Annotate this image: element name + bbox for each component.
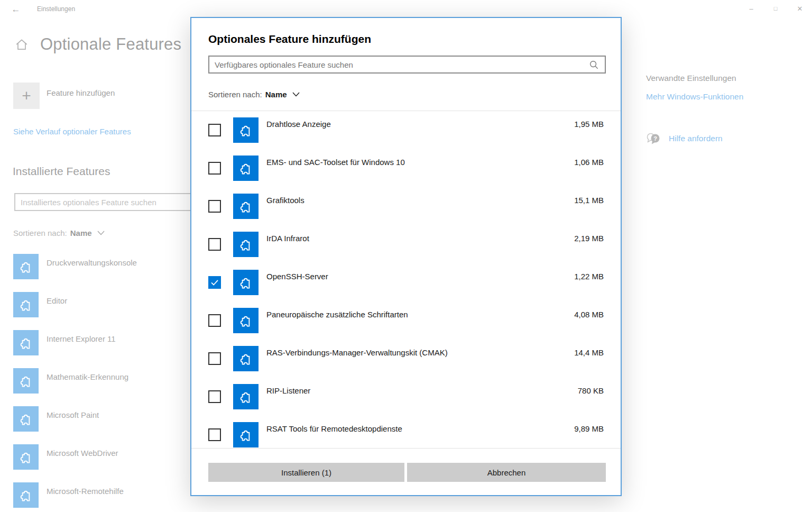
feature-size: 1,95 MB xyxy=(574,120,604,129)
puzzle-piece-icon xyxy=(233,384,259,409)
cancel-button[interactable]: Abbrechen xyxy=(407,463,606,482)
search-icon[interactable] xyxy=(589,60,598,69)
feature-checkbox[interactable] xyxy=(208,428,221,441)
feature-row: RIP-Listener 780 KB xyxy=(191,378,621,416)
dialog-title: Optionales Feature hinzufügen xyxy=(208,33,371,45)
available-features-list: Drahtlose Anzeige 1,95 MB EMS- und SAC-T… xyxy=(191,111,621,448)
feature-name: OpenSSH-Server xyxy=(266,272,328,281)
feature-name: EMS- und SAC-Toolset für Windows 10 xyxy=(266,158,405,167)
feature-name: Paneuropäische zusätzliche Schriftarten xyxy=(266,310,408,319)
puzzle-piece-icon xyxy=(233,308,259,333)
add-optional-feature-dialog: Optionales Feature hinzufügen Sortieren … xyxy=(190,17,622,496)
feature-row: Grafiktools 15,1 MB xyxy=(191,187,621,225)
install-button[interactable]: Installieren (1) xyxy=(208,463,404,482)
feature-name: RSAT Tools für Remotedesktopdienste xyxy=(266,424,402,433)
puzzle-piece-icon xyxy=(233,346,259,371)
puzzle-piece-icon xyxy=(233,270,259,295)
feature-checkbox[interactable] xyxy=(208,238,221,251)
feature-size: 2,19 MB xyxy=(574,234,604,243)
available-sort-dropdown[interactable]: Sortieren nach: Name xyxy=(208,90,300,99)
feature-size: 1,06 MB xyxy=(574,158,604,167)
feature-row: OpenSSH-Server 1,22 MB xyxy=(191,263,621,301)
feature-size: 1,22 MB xyxy=(574,272,604,281)
sort-label: Sortieren nach: xyxy=(208,90,262,99)
divider xyxy=(191,448,621,449)
feature-size: 4,08 MB xyxy=(574,310,604,319)
feature-size: 14,4 MB xyxy=(574,348,604,357)
chevron-down-icon xyxy=(292,92,300,97)
feature-checkbox[interactable] xyxy=(208,276,221,289)
puzzle-piece-icon xyxy=(233,422,259,447)
checkmark-icon xyxy=(210,278,219,287)
feature-name: RIP-Listener xyxy=(266,386,310,395)
feature-row: IrDA Infrarot 2,19 MB xyxy=(191,225,621,263)
feature-name: Drahtlose Anzeige xyxy=(266,120,331,129)
feature-row: RAS-Verbindungs-Manager-Verwaltungskit (… xyxy=(191,340,621,378)
feature-checkbox[interactable] xyxy=(208,200,221,213)
feature-size: 780 KB xyxy=(578,386,604,395)
feature-size: 9,89 MB xyxy=(574,424,604,433)
feature-checkbox[interactable] xyxy=(208,352,221,365)
available-search-input[interactable] xyxy=(209,57,589,72)
feature-row: RSAT Tools für Remotedesktopdienste 9,89… xyxy=(191,416,621,448)
feature-row: Paneuropäische zusätzliche Schriftarten … xyxy=(191,301,621,340)
puzzle-piece-icon xyxy=(233,194,259,219)
settings-window: ← Einstellungen – □ ✕ Optionale Features… xyxy=(0,0,812,512)
feature-name: RAS-Verbindungs-Manager-Verwaltungskit (… xyxy=(266,348,448,357)
available-search-box xyxy=(208,56,606,74)
feature-checkbox[interactable] xyxy=(208,314,221,327)
feature-size: 15,1 MB xyxy=(574,196,604,205)
sort-value: Name xyxy=(265,90,287,99)
feature-row: Drahtlose Anzeige 1,95 MB xyxy=(191,111,621,149)
feature-checkbox[interactable] xyxy=(208,124,221,136)
feature-checkbox[interactable] xyxy=(208,390,221,403)
feature-name: IrDA Infrarot xyxy=(266,234,309,243)
feature-checkbox[interactable] xyxy=(208,162,221,175)
feature-row: EMS- und SAC-Toolset für Windows 10 1,06… xyxy=(191,149,621,187)
puzzle-piece-icon xyxy=(233,117,259,143)
feature-name: Grafiktools xyxy=(266,196,304,205)
puzzle-piece-icon xyxy=(233,232,259,257)
puzzle-piece-icon xyxy=(233,156,259,181)
